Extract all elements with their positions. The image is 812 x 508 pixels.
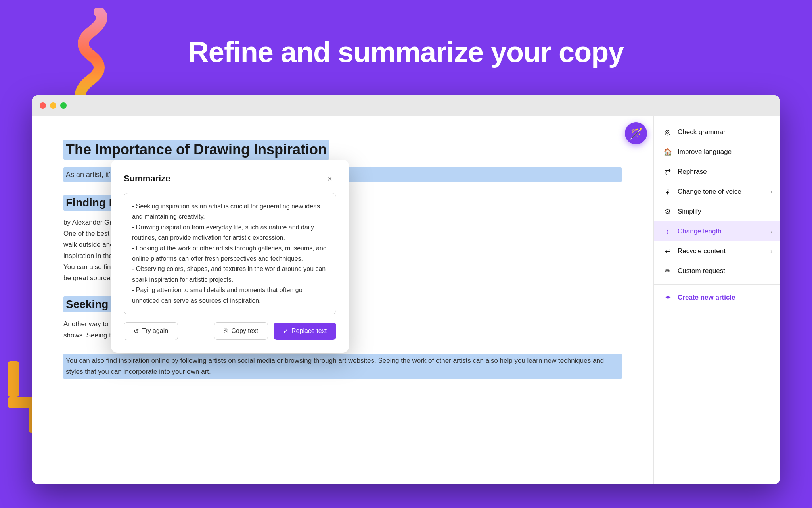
browser-dot-red[interactable]: [40, 102, 46, 109]
check-grammar-label: Check grammar: [678, 128, 726, 136]
simplify-label: Simplify: [678, 208, 701, 216]
try-again-label: Try again: [142, 327, 168, 335]
ai-button[interactable]: 🪄: [625, 122, 647, 144]
document-title: The Importance of Drawing Inspiration: [63, 140, 329, 160]
copy-text-label: Copy text: [231, 327, 258, 335]
browser-window: 🪄 The Importance of Drawing Inspiration …: [32, 95, 780, 484]
menu-item-custom-request[interactable]: ✏ Custom request: [654, 261, 780, 281]
create-new-article-icon: ✦: [663, 293, 672, 302]
recycle-content-label: Recycle content: [678, 247, 726, 255]
summarize-modal: Summarize × - Seeking inspiration as an …: [111, 160, 349, 353]
modal-header: Summarize ×: [124, 172, 336, 185]
modal-close-button[interactable]: ×: [324, 172, 336, 185]
change-tone-icon: 🎙: [663, 187, 672, 196]
try-again-button[interactable]: ↺ Try again: [124, 322, 178, 340]
page-title: Refine and summarize your copy: [0, 36, 812, 68]
change-tone-label: Change tone of voice: [678, 188, 741, 196]
modal-content-text: - Seeking inspiration as an artist is cr…: [132, 203, 327, 304]
replace-text-label: Replace text: [291, 327, 327, 335]
menu-item-change-length[interactable]: ↕ Change length ›: [654, 221, 780, 241]
change-length-icon: ↕: [663, 227, 672, 236]
replace-text-button[interactable]: ✓ Replace text: [274, 323, 336, 340]
refresh-icon: ↺: [134, 327, 139, 335]
copy-text-button[interactable]: ⎘ Copy text: [214, 322, 268, 340]
copy-icon: ⎘: [224, 327, 228, 335]
improve-language-label: Improve language: [678, 148, 732, 156]
check-icon: ✓: [283, 327, 288, 335]
modal-content-box: - Seeking inspiration as an artist is cr…: [124, 193, 336, 314]
menu-item-improve-language[interactable]: 🏠 Improve language: [654, 142, 780, 162]
recycle-content-chevron: ›: [770, 248, 772, 254]
document-area: 🪄 The Importance of Drawing Inspiration …: [32, 116, 653, 484]
browser-chrome: [32, 95, 780, 116]
section2-body-highlighted: You can also find inspiration online by …: [63, 354, 622, 379]
check-grammar-icon: ◎: [663, 128, 672, 137]
create-new-article-label: Create new article: [678, 294, 735, 302]
rephrase-icon: ⇄: [663, 167, 672, 176]
menu-item-rephrase[interactable]: ⇄ Rephrase: [654, 162, 780, 182]
menu-divider: [654, 284, 780, 285]
browser-dot-green[interactable]: [60, 102, 67, 109]
modal-actions: ↺ Try again ⎘ Copy text ✓ Replace text: [124, 322, 336, 340]
recycle-content-icon: ↩: [663, 247, 672, 256]
menu-item-recycle-content[interactable]: ↩ Recycle content ›: [654, 241, 780, 261]
change-length-label: Change length: [678, 227, 722, 235]
change-length-chevron: ›: [770, 228, 772, 235]
menu-item-check-grammar[interactable]: ◎ Check grammar: [654, 122, 780, 142]
browser-content: 🪄 The Importance of Drawing Inspiration …: [32, 116, 780, 484]
custom-request-label: Custom request: [678, 267, 725, 275]
browser-dot-yellow[interactable]: [50, 102, 56, 109]
modal-title: Summarize: [124, 173, 170, 184]
menu-item-change-tone[interactable]: 🎙 Change tone of voice ›: [654, 182, 780, 202]
custom-request-icon: ✏: [663, 267, 672, 275]
rephrase-label: Rephrase: [678, 168, 707, 176]
change-tone-chevron: ›: [770, 189, 772, 195]
improve-language-icon: 🏠: [663, 148, 672, 156]
svg-rect-0: [8, 361, 19, 397]
menu-item-simplify[interactable]: ⚙ Simplify: [654, 202, 780, 221]
menu-item-create-new-article[interactable]: ✦ Create new article: [654, 288, 780, 308]
ai-icon: 🪄: [629, 127, 643, 140]
context-menu: ◎ Check grammar 🏠 Improve language ⇄ Rep…: [653, 116, 780, 484]
simplify-icon: ⚙: [663, 207, 672, 216]
